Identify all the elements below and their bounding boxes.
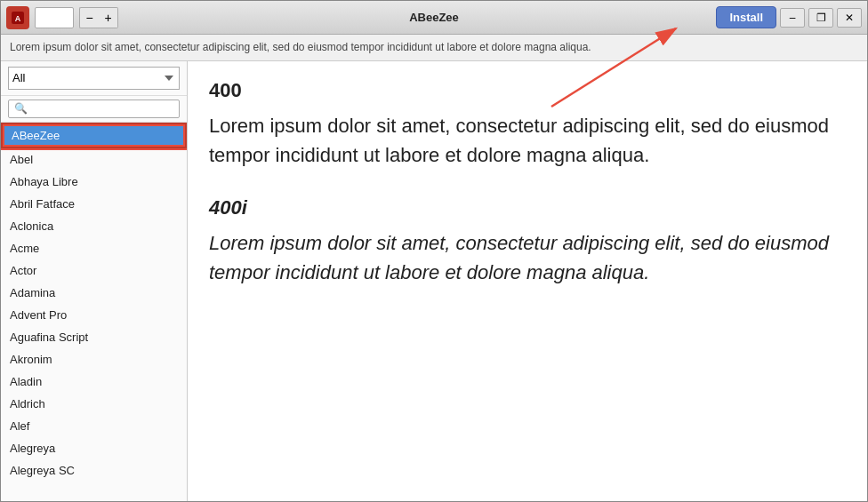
font-list-item[interactable]: Abril Fatface (1, 193, 187, 215)
minimize-button[interactable]: – (780, 8, 805, 28)
weight-400i-text: Lorem ipsum dolor sit amet, consectetur … (209, 228, 846, 287)
filter-row: All Serif Sans-Serif Display Handwriting… (1, 61, 187, 96)
search-row: 🔍 (1, 96, 187, 123)
svg-text:A: A (15, 14, 21, 23)
font-list-item[interactable]: Aclonica (1, 215, 187, 237)
search-icon: 🔍 (14, 102, 28, 115)
title-bar-left: A 1.50 − + (6, 6, 118, 29)
title-bar: A 1.50 − + ABeeZee Install – ❐ ✕ (1, 1, 867, 35)
weight-400-label: 400 (209, 79, 846, 102)
font-list-item[interactable]: Aguafina Script (1, 326, 187, 348)
font-list-item[interactable]: Actor (1, 259, 187, 282)
increment-button[interactable]: + (99, 7, 118, 28)
font-list-item[interactable]: ABeeZee (1, 123, 187, 148)
preview-area: 400 Lorem ipsum dolor sit amet, consecte… (188, 61, 867, 501)
decrement-button[interactable]: − (79, 7, 99, 28)
font-list-item[interactable]: Abhaya Libre (1, 171, 187, 193)
font-list-item[interactable]: Alef (1, 415, 187, 437)
weight-400-text: Lorem ipsum dolor sit amet, consectetur … (209, 111, 846, 170)
font-list-item[interactable]: Acme (1, 237, 187, 259)
main-content: All Serif Sans-Serif Display Handwriting… (1, 61, 867, 501)
font-list-item[interactable]: Alegreya SC (1, 459, 187, 482)
title-bar-right: Install – ❐ ✕ (716, 6, 862, 28)
font-list-item[interactable]: Adamina (1, 282, 187, 304)
font-description: Lorem ipsum dolor sit amet, consectetur … (1, 35, 867, 61)
font-size-input[interactable]: 1.50 (35, 7, 74, 28)
window-title: ABeeZee (409, 11, 459, 24)
font-size-stepper: − + (79, 7, 118, 28)
weight-400i-label: 400i (209, 196, 846, 219)
sidebar: All Serif Sans-Serif Display Handwriting… (1, 61, 188, 501)
app-icon: A (6, 6, 29, 29)
search-wrap: 🔍 (8, 100, 180, 118)
font-list-item[interactable]: Alegreya (1, 437, 187, 459)
restore-button[interactable]: ❐ (808, 8, 833, 28)
font-list-item[interactable]: Aladin (1, 371, 187, 393)
font-list-item[interactable]: Aldrich (1, 393, 187, 415)
font-list-item[interactable]: Akronim (1, 348, 187, 371)
filter-select[interactable]: All Serif Sans-Serif Display Handwriting… (8, 67, 180, 90)
font-list-item[interactable]: Abel (1, 148, 187, 171)
search-input[interactable] (31, 102, 181, 116)
close-button[interactable]: ✕ (837, 8, 862, 28)
font-list-item[interactable]: Advent Pro (1, 304, 187, 326)
font-list: ABeeZee Abel Abhaya Libre Abril Fatface … (1, 123, 187, 501)
install-button[interactable]: Install (716, 6, 776, 28)
